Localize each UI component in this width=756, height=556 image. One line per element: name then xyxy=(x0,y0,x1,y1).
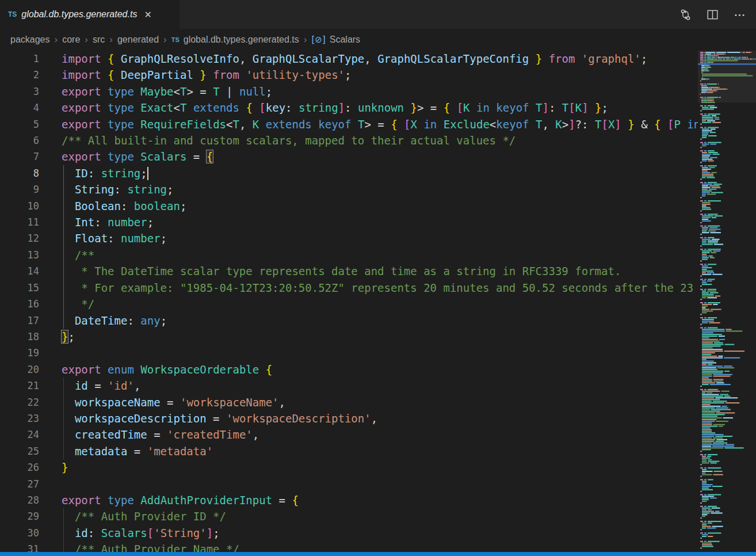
line-number: 16 xyxy=(0,296,39,312)
line-number: 13 xyxy=(0,247,39,263)
status-bar xyxy=(0,552,756,556)
line-number: 22 xyxy=(0,394,39,410)
code-editor[interactable]: 1import { GraphQLResolveInfo, GraphQLSca… xyxy=(0,51,756,552)
chevron-right-icon: › xyxy=(109,34,113,45)
code-line: 26} xyxy=(0,459,698,475)
line-number: 29 xyxy=(0,508,39,524)
code-line: 31 /** Auth Provider Name */ xyxy=(0,541,698,552)
line-number: 14 xyxy=(0,263,39,279)
code-line: 27 xyxy=(0,476,698,492)
line-number: 26 xyxy=(0,459,39,475)
code-line: 20export enum WorkspaceOrderable { xyxy=(0,361,698,378)
open-changes-icon[interactable] xyxy=(679,9,692,21)
close-icon[interactable]: ✕ xyxy=(144,9,151,20)
line-number: 23 xyxy=(0,410,39,426)
line-number: 31 xyxy=(0,541,39,552)
split-editor-icon[interactable] xyxy=(707,9,719,21)
code-line: 4export type Exact<T extends { [key: str… xyxy=(0,100,698,116)
line-number: 15 xyxy=(0,280,39,296)
minimap-slider[interactable] xyxy=(698,51,756,102)
line-number: 8 xyxy=(0,165,39,181)
line-number: 24 xyxy=(0,426,39,443)
tab-bar: TS global.db.types.generated.ts ✕ xyxy=(0,0,756,29)
line-number: 25 xyxy=(0,443,39,459)
symbol-type-icon: [⊘] xyxy=(311,35,325,45)
code-line: 14 * The DateTime scalar type represents… xyxy=(0,263,698,279)
breadcrumb-item-generated[interactable]: generated xyxy=(117,35,159,45)
line-number: 30 xyxy=(0,525,39,541)
typescript-file-icon: TS xyxy=(8,10,17,18)
tab-title: global.db.types.generated.ts xyxy=(21,9,137,20)
line-number: 12 xyxy=(0,230,39,246)
line-number: 10 xyxy=(0,198,39,214)
code-line: 7export type Scalars = { xyxy=(0,148,698,165)
code-line: 15 * For example: "1985-04-12T23:20:50.5… xyxy=(0,280,698,296)
code-line: 23 workspaceDescription = 'workspaceDesc… xyxy=(0,410,698,426)
chevron-right-icon: › xyxy=(84,34,89,45)
code-area[interactable]: 1import { GraphQLResolveInfo, GraphQLSca… xyxy=(0,51,698,552)
line-number: 28 xyxy=(0,492,39,508)
breadcrumb-item-packages[interactable]: packages xyxy=(10,35,50,45)
code-line: 22 workspaceName = 'workspaceName', xyxy=(0,394,698,410)
code-line: 10 Boolean: boolean; xyxy=(0,198,698,214)
line-number: 17 xyxy=(0,313,39,329)
breadcrumb-item-core[interactable]: core xyxy=(62,35,80,45)
line-number: 1 xyxy=(0,51,39,67)
breadcrumb: packages › core › src › generated › TS g… xyxy=(0,29,756,51)
line-number: 4 xyxy=(0,100,39,116)
code-line: 19 xyxy=(0,345,698,361)
code-line: 24 createdTime = 'createdTime', xyxy=(0,426,698,443)
chevron-right-icon: › xyxy=(163,34,167,45)
editor-actions xyxy=(679,0,756,29)
code-line: 5export type RequireFields<T, K extends … xyxy=(0,116,698,132)
line-number: 18 xyxy=(0,329,39,345)
text-cursor xyxy=(147,167,148,180)
code-line: 3export type Maybe<T> = T | null; xyxy=(0,83,698,100)
line-number: 19 xyxy=(0,345,39,361)
vscode-window: TS global.db.types.generated.ts ✕ xyxy=(0,0,756,556)
code-line: 18}; xyxy=(0,329,698,345)
minimap-canvas xyxy=(698,51,756,552)
code-line: 12 Float: number; xyxy=(0,230,698,246)
tab-global-db-types-generated[interactable]: TS global.db.types.generated.ts ✕ xyxy=(0,0,180,29)
line-number: 20 xyxy=(0,361,39,378)
code-line: 8 ID: string; xyxy=(0,165,698,181)
typescript-file-icon: TS xyxy=(171,36,180,43)
line-number: 3 xyxy=(0,83,39,100)
code-line: 29 /** Auth Provider ID */ xyxy=(0,508,698,524)
code-line: 17 DateTime: any; xyxy=(0,313,698,329)
code-line: 28export type AddAuthProviderInput = { xyxy=(0,492,698,508)
code-line: 6/** All built-in and custom scalars, ma… xyxy=(0,132,698,148)
breadcrumb-item-src[interactable]: src xyxy=(93,35,105,45)
line-number: 21 xyxy=(0,378,39,394)
line-number: 11 xyxy=(0,214,39,230)
code-line: 16 */ xyxy=(0,296,698,312)
code-line: 25 metadata = 'metadata' xyxy=(0,443,698,459)
code-line: 13 /** xyxy=(0,247,698,263)
chevron-right-icon: › xyxy=(54,34,59,45)
code-line: 21 id = 'id', xyxy=(0,378,698,394)
line-number: 7 xyxy=(0,148,39,165)
code-line: 30 id: Scalars['String']; xyxy=(0,525,698,541)
chevron-right-icon: › xyxy=(303,34,308,45)
breadcrumb-item-scalars[interactable]: Scalars xyxy=(330,35,360,45)
minimap[interactable] xyxy=(698,51,756,552)
line-number: 9 xyxy=(0,181,39,197)
code-line: 2import { DeepPartial } from 'utility-ty… xyxy=(0,67,698,83)
breadcrumb-item-filename[interactable]: global.db.types.generated.ts xyxy=(184,35,299,45)
line-number: 6 xyxy=(0,132,39,148)
code-line: 11 Int: number; xyxy=(0,214,698,230)
line-number: 2 xyxy=(0,67,39,83)
code-line: 1import { GraphQLResolveInfo, GraphQLSca… xyxy=(0,51,698,67)
code-line: 9 String: string; xyxy=(0,181,698,197)
line-number: 27 xyxy=(0,476,39,492)
line-number: 5 xyxy=(0,116,39,132)
more-actions-icon[interactable] xyxy=(734,9,746,21)
